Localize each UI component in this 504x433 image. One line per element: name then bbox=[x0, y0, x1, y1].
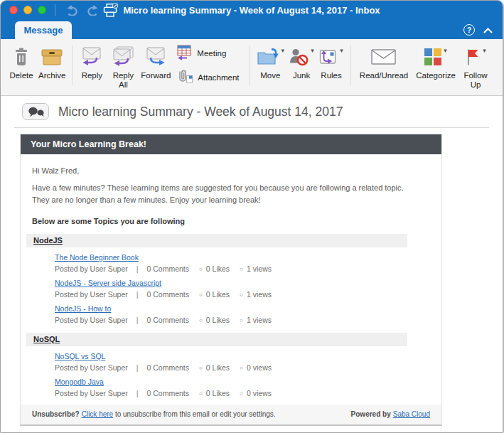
likes-count: 0 Likes bbox=[206, 363, 230, 372]
print-icon[interactable] bbox=[101, 2, 119, 18]
tab-message[interactable]: Message bbox=[15, 21, 72, 39]
pipe-separator: | bbox=[136, 389, 139, 397]
reply-label: Reply bbox=[82, 71, 102, 80]
item-title-link[interactable]: NoSQL vs SQL bbox=[55, 352, 105, 360]
reply-icon bbox=[81, 44, 102, 70]
email-greeting: Hi Walz Fred, bbox=[32, 166, 429, 175]
reply-button[interactable]: Reply bbox=[77, 44, 107, 92]
powered-by-label: Powered by bbox=[351, 410, 391, 418]
titlebar: Micro learning Summary - Week of August … bbox=[1, 1, 503, 19]
follow-up-label: Follow Up bbox=[461, 71, 490, 90]
posted-by: Posted by User Super bbox=[55, 290, 128, 299]
item-title-link[interactable]: Mongodb Java bbox=[55, 378, 104, 386]
minimize-window-button[interactable] bbox=[23, 6, 32, 14]
views-count: 0 views bbox=[247, 363, 272, 372]
saba-cloud-link[interactable]: Saba Cloud bbox=[393, 410, 430, 418]
topic-link[interactable]: NoSQL bbox=[33, 335, 60, 343]
email-footer: Unsubscribe? Click here to unsubscribe f… bbox=[21, 405, 441, 424]
window-controls bbox=[9, 6, 46, 14]
item-meta: Posted by User Super | 0 Comments ○ 0 Li… bbox=[55, 316, 429, 324]
bullet-icon: ○ bbox=[199, 266, 203, 272]
bullet-icon: ○ bbox=[240, 266, 243, 272]
learning-item: NodeJS - How to Posted by User Super | 0… bbox=[55, 304, 429, 324]
reply-all-button[interactable]: Reply All bbox=[107, 44, 139, 92]
item-meta: Posted by User Super | 0 Comments ○ 0 Li… bbox=[55, 363, 429, 372]
likes-count: 0 Likes bbox=[206, 389, 230, 397]
titlebar-divider bbox=[55, 4, 55, 16]
read-unread-button[interactable]: Read/Unread bbox=[355, 44, 412, 92]
topics-heading: Below are some Topics you are following bbox=[32, 217, 429, 225]
trash-icon bbox=[14, 44, 29, 70]
tabrow-right-controls: ? bbox=[463, 23, 493, 36]
delete-button[interactable]: Delete bbox=[6, 44, 36, 92]
email-intro: Have a few minutes? These learning items… bbox=[32, 182, 419, 205]
collapse-ribbon-icon[interactable] bbox=[483, 23, 493, 36]
ribbon-separator bbox=[250, 46, 250, 85]
comments-count: 0 Comments bbox=[146, 290, 189, 299]
junk-blocked-user-icon: ▾ bbox=[289, 44, 314, 70]
pipe-separator: | bbox=[136, 264, 139, 273]
close-window-button[interactable] bbox=[9, 6, 18, 14]
forward-label: Forward bbox=[141, 71, 171, 80]
bullet-icon: ○ bbox=[240, 365, 243, 371]
rules-button[interactable]: ▾ Rules bbox=[316, 44, 346, 92]
bullet-icon: ○ bbox=[199, 365, 203, 371]
item-title-link[interactable]: The Node Beginner Book bbox=[55, 253, 139, 262]
rules-dropdown-caret: ▾ bbox=[340, 47, 343, 54]
envelope-icon bbox=[371, 44, 397, 70]
item-meta: Posted by User Super | 0 Comments ○ 0 Li… bbox=[55, 264, 429, 273]
meeting-button[interactable]: Meeting bbox=[176, 44, 239, 62]
posted-by: Posted by User Super bbox=[55, 363, 128, 372]
archive-box-icon bbox=[41, 44, 63, 70]
message-subject: Micro learning Summary - Week of August … bbox=[58, 105, 343, 119]
ribbon-separator bbox=[72, 46, 73, 85]
forward-icon bbox=[145, 44, 166, 70]
move-button[interactable]: ▾ Move bbox=[254, 44, 287, 92]
pipe-separator: | bbox=[136, 363, 139, 372]
undo-icon[interactable] bbox=[64, 2, 82, 18]
delete-label: Delete bbox=[9, 71, 33, 80]
bullet-icon: ○ bbox=[199, 390, 203, 397]
subject-bar: Micro learning Summary - Week of August … bbox=[1, 96, 503, 127]
redo-icon[interactable] bbox=[82, 2, 101, 18]
meeting-calendar-icon bbox=[176, 44, 193, 62]
rules-label: Rules bbox=[321, 71, 341, 80]
conversation-bubbles-icon bbox=[22, 103, 49, 120]
rules-icon: ▾ bbox=[319, 44, 343, 70]
item-title-link[interactable]: NodeJS - How to bbox=[55, 304, 111, 313]
window-title: Micro learning Summary - Week of August … bbox=[123, 5, 380, 16]
categorize-button[interactable]: ▾ Categorize bbox=[412, 44, 459, 92]
message-body-pane: Your Micro Learning Break! Hi Walz Fred,… bbox=[1, 128, 503, 433]
zoom-window-button[interactable] bbox=[38, 6, 46, 14]
pipe-separator: | bbox=[136, 316, 139, 324]
junk-label: Junk bbox=[293, 71, 310, 80]
attachment-button[interactable]: Attachment bbox=[176, 69, 239, 85]
learning-item: Mongodb Java Posted by User Super | 0 Co… bbox=[55, 378, 429, 397]
categorize-dropdown-caret: ▾ bbox=[444, 47, 447, 54]
bullet-icon: ○ bbox=[240, 292, 243, 298]
categorize-squares-icon: ▾ bbox=[424, 44, 447, 70]
unsubscribe-link[interactable]: Click here bbox=[82, 410, 113, 418]
likes-count: 0 Likes bbox=[206, 316, 230, 324]
forward-button[interactable]: Forward bbox=[139, 44, 172, 92]
likes-count: 0 Likes bbox=[206, 264, 230, 273]
views-count: 1 views bbox=[247, 290, 272, 299]
follow-up-button[interactable]: ▾ Follow Up bbox=[459, 44, 492, 92]
ribbon: Delete Archive Repl bbox=[1, 39, 503, 96]
outlook-message-window: Micro learning Summary - Week of August … bbox=[0, 0, 504, 433]
junk-button[interactable]: ▾ Junk bbox=[286, 44, 316, 92]
help-icon[interactable]: ? bbox=[463, 24, 475, 36]
email-content: Your Micro Learning Break! Hi Walz Fred,… bbox=[20, 134, 442, 426]
follow-up-dropdown-caret: ▾ bbox=[483, 47, 486, 54]
item-title-link[interactable]: NodeJS - Server side Javascript bbox=[55, 279, 161, 287]
posted-by: Posted by User Super bbox=[55, 389, 128, 397]
archive-button[interactable]: Archive bbox=[36, 44, 68, 92]
learning-item: NoSQL vs SQL Posted by User Super | 0 Co… bbox=[55, 352, 429, 372]
unsubscribe-text: Unsubscribe? Click here to unsubscribe f… bbox=[32, 410, 278, 418]
meeting-label: Meeting bbox=[197, 49, 226, 58]
bullet-icon: ○ bbox=[199, 292, 203, 298]
flag-icon: ▾ bbox=[465, 44, 486, 70]
topic-link[interactable]: NodeJS bbox=[33, 236, 63, 245]
topic-section-nodejs: NodeJS The Node Beginner Book Posted by … bbox=[32, 234, 429, 324]
categorize-label: Categorize bbox=[416, 71, 456, 80]
